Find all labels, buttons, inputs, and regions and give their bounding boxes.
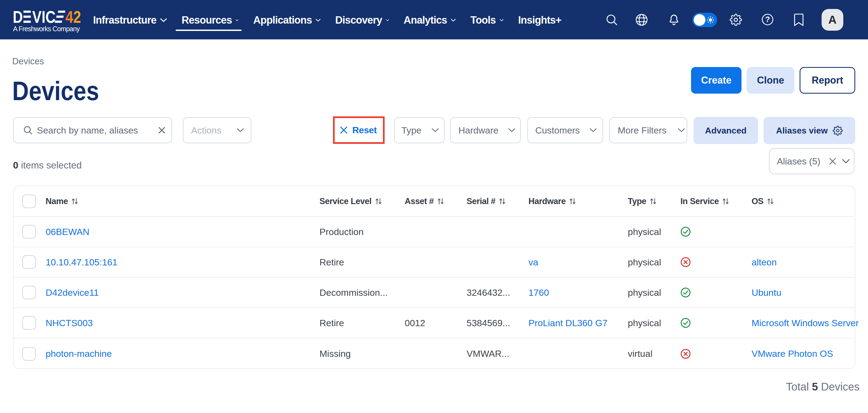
svg-text:?: ?	[765, 15, 770, 24]
svg-text:42: 42	[65, 10, 81, 24]
svg-text:VIC: VIC	[32, 10, 56, 24]
svg-text:D: D	[13, 10, 23, 24]
